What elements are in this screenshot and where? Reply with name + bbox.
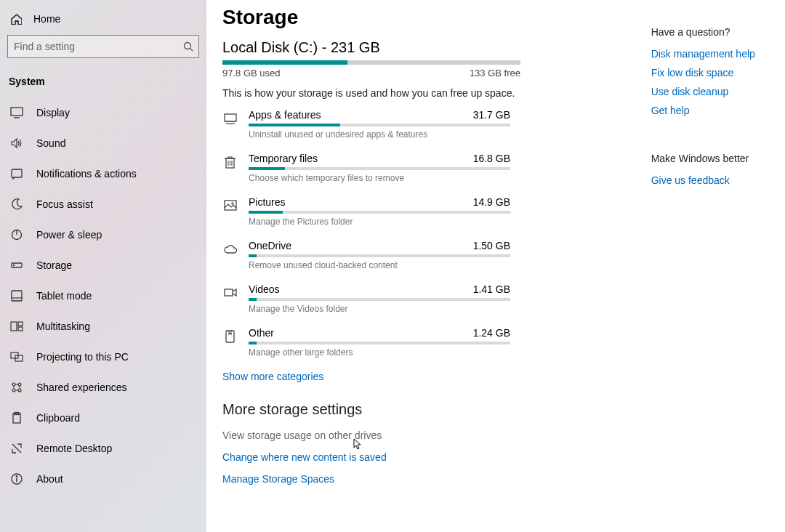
category-subtext: Uninstall unused or undesired apps & fea… — [249, 129, 637, 140]
storage-description: This is how your storage is used and how… — [222, 87, 637, 99]
search-box — [7, 35, 199, 58]
main-area: Storage Local Disk (C:) - 231 GB 97.8 GB… — [206, 0, 785, 532]
search-icon — [183, 41, 193, 52]
home-icon — [10, 13, 22, 25]
display-icon — [10, 106, 23, 119]
category-name: Apps & features — [249, 109, 321, 121]
category-size: 1.50 GB — [473, 240, 510, 251]
category-size: 31.7 GB — [473, 109, 510, 121]
storage-category-onedrive[interactable]: OneDrive1.50 GB Remove unused cloud-back… — [222, 240, 637, 270]
category-size: 1.41 GB — [473, 283, 510, 295]
category-name: OneDrive — [249, 240, 291, 251]
category-bar — [249, 254, 510, 257]
sidebar-item-multitasking[interactable]: Multitasking — [0, 311, 206, 342]
sidebar-item-about[interactable]: About — [0, 464, 206, 494]
storage-category-videos[interactable]: Videos1.41 GB Manage the Videos folder — [222, 283, 637, 314]
category-name: Pictures — [249, 196, 286, 208]
disk-title: Local Disk (C:) - 231 GB — [222, 39, 637, 56]
feedback-link[interactable]: Give us feedback — [651, 174, 778, 186]
sidebar-item-label: Storage — [36, 259, 72, 271]
storage-category-temporary-files[interactable]: Temporary files16.8 GB Choose which temp… — [222, 153, 637, 183]
sidebar-item-power-sleep[interactable]: Power & sleep — [0, 219, 206, 250]
multitask-icon — [10, 320, 23, 333]
sidebar-item-shared-experiences[interactable]: Shared experiences — [0, 372, 206, 403]
sidebar-group-title: System — [0, 65, 206, 97]
category-bar — [249, 298, 510, 301]
sidebar-item-storage[interactable]: Storage — [0, 250, 206, 281]
cloud-icon — [222, 241, 238, 257]
category-bar — [249, 211, 510, 214]
moon-icon — [10, 198, 23, 211]
home-label: Home — [33, 13, 60, 25]
storage-category-pictures[interactable]: Pictures14.9 GB Manage the Pictures fold… — [222, 196, 637, 227]
sidebar-item-label: Power & sleep — [36, 229, 102, 241]
picture-icon — [222, 198, 238, 214]
sidebar-item-projecting-to-this-pc[interactable]: Projecting to this PC — [0, 342, 206, 372]
sidebar-item-label: About — [36, 473, 63, 485]
share-icon — [10, 381, 23, 394]
storage-category-apps-features[interactable]: Apps & features31.7 GB Uninstall unused … — [222, 109, 637, 140]
video-icon — [222, 285, 238, 301]
category-name: Videos — [249, 283, 280, 295]
category-size: 1.24 GB — [473, 327, 510, 339]
show-more-categories-link[interactable]: Show more categories — [222, 371, 637, 382]
category-bar — [249, 342, 510, 344]
storage-icon — [10, 259, 23, 272]
more-settings-heading: More storage settings — [222, 401, 637, 418]
sidebar-item-label: Shared experiences — [36, 382, 127, 393]
category-name: Other — [249, 327, 274, 339]
sidebar-item-display[interactable]: Display — [0, 97, 206, 128]
sidebar-item-label: Notifications & actions — [36, 168, 137, 180]
help-link-fix-low-disk-space[interactable]: Fix low disk space — [651, 67, 778, 78]
sidebar-item-notifications-actions[interactable]: Notifications & actions — [0, 158, 206, 189]
sidebar-item-clipboard[interactable]: Clipboard — [0, 403, 206, 433]
search-input[interactable] — [7, 35, 199, 58]
category-subtext: Choose which temporary files to remove — [249, 173, 637, 183]
apps-icon — [222, 110, 238, 126]
sidebar-item-focus-assist[interactable]: Focus assist — [0, 189, 206, 219]
home-button[interactable]: Home — [0, 7, 206, 31]
disk-usage-bar — [222, 60, 520, 65]
manage-storage-spaces-link[interactable]: Manage Storage Spaces — [222, 473, 637, 485]
clipboard-icon — [10, 411, 23, 424]
category-name: Temporary files — [249, 153, 318, 164]
sidebar-item-label: Sound — [36, 137, 65, 149]
help-link-get-help[interactable]: Get help — [651, 105, 778, 116]
category-bar — [249, 124, 510, 126]
remote-icon — [10, 442, 23, 455]
sidebar-item-sound[interactable]: Sound — [0, 128, 206, 158]
project-icon — [10, 350, 23, 363]
tablet-icon — [10, 289, 23, 302]
used-label: 97.8 GB used — [222, 68, 281, 78]
sidebar-item-label: Clipboard — [36, 412, 80, 424]
sidebar-item-label: Display — [36, 107, 70, 118]
notifications-icon — [10, 167, 23, 180]
better-heading: Make Windows better — [651, 153, 778, 164]
free-label: 133 GB free — [470, 68, 520, 78]
sidebar-item-label: Projecting to this PC — [36, 351, 129, 363]
storage-category-other[interactable]: Other1.24 GB Manage other large folders — [222, 327, 637, 358]
other-icon — [222, 329, 238, 344]
info-icon — [10, 472, 23, 485]
sidebar-item-tablet-mode[interactable]: Tablet mode — [0, 281, 206, 311]
help-aside: Have a question? Disk management helpFix… — [644, 0, 785, 532]
category-bar — [249, 167, 510, 170]
sidebar-item-label: Focus assist — [36, 198, 93, 210]
sidebar-item-remote-desktop[interactable]: Remote Desktop — [0, 433, 206, 464]
category-size: 16.8 GB — [473, 153, 510, 164]
category-size: 14.9 GB — [473, 196, 510, 208]
view-other-drives-link[interactable]: View storage usage on other drives — [222, 430, 637, 441]
sound-icon — [10, 137, 23, 150]
sidebar-item-label: Remote Desktop — [36, 443, 112, 454]
power-icon — [10, 228, 23, 241]
help-link-use-disk-cleanup[interactable]: Use disk cleanup — [651, 86, 778, 97]
sidebar-item-label: Multitasking — [36, 321, 90, 332]
question-heading: Have a question? — [651, 26, 778, 38]
sidebar-item-label: Tablet mode — [36, 290, 92, 302]
help-link-disk-management-help[interactable]: Disk management help — [651, 48, 778, 60]
change-save-location-link[interactable]: Change where new content is saved — [222, 451, 637, 463]
category-subtext: Remove unused cloud-backed content — [249, 260, 637, 270]
settings-sidebar: Home System DisplaySoundNotifications & … — [0, 0, 206, 532]
trash-icon — [222, 154, 238, 170]
category-subtext: Manage the Videos folder — [249, 304, 637, 314]
